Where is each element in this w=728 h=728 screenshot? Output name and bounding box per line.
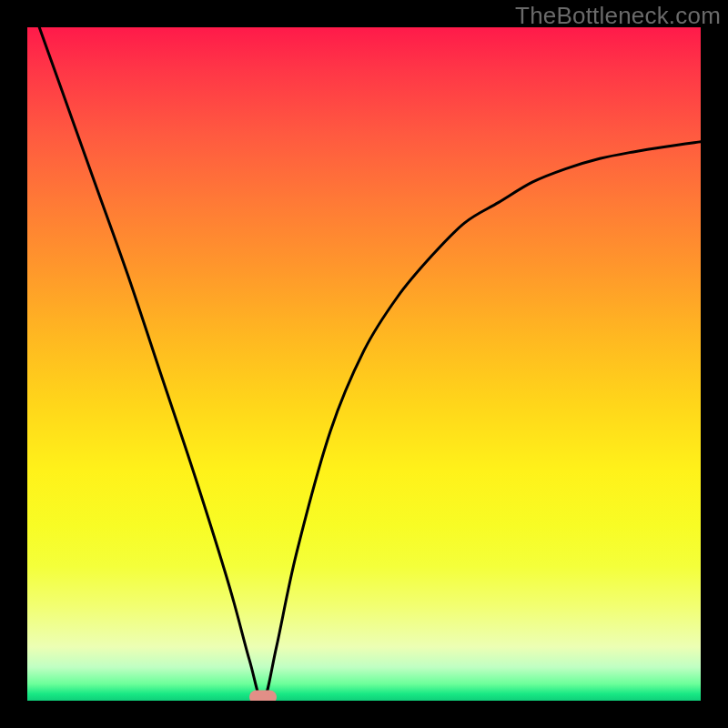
plot-area [27, 27, 701, 701]
watermark-text: TheBottleneck.com [515, 2, 721, 30]
curve-path [27, 27, 701, 701]
bottleneck-curve [27, 27, 701, 701]
notch-marker [249, 691, 277, 702]
